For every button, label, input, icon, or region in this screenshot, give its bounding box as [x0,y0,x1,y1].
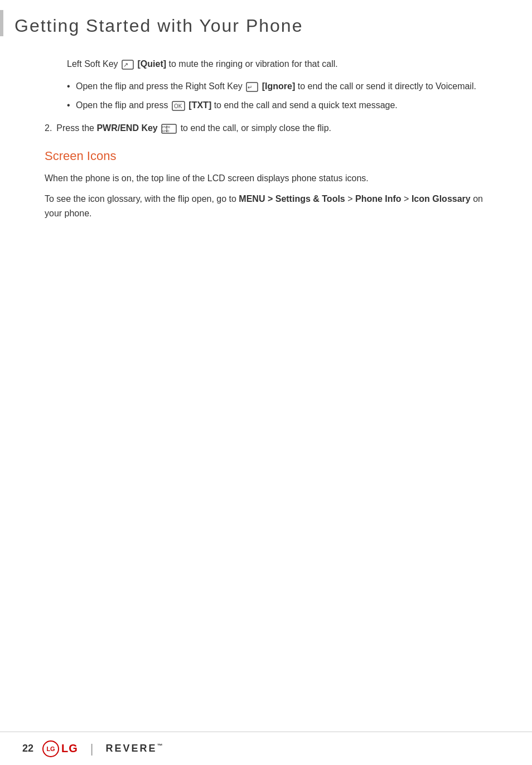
content-area: Left Soft Key ↗ [Quiet] to mute the ring… [0,52,532,765]
svg-text:PWR: PWR [162,125,171,129]
footer: 22 LG LG | REVERE™ [0,732,532,765]
lg-circle-icon: LG [42,740,59,757]
bullet-1-text-after: to end the call or send it directly to V… [298,81,476,91]
paragraph-2-before: To see the icon glossary, with the flip … [45,194,239,204]
revere-brand-name: REVERE™ [106,743,165,754]
numbered-item-2: 2. Press the PWR/END Key PWR END to end … [45,121,499,135]
item-number: 2. [45,121,52,135]
lg-logo-text: LG [46,745,55,752]
section-screen-icons: Screen Icons When the phone is on, the t… [45,149,499,221]
bullet-2-text-after: to end the call and send a quick text me… [214,100,398,110]
lg-text-label: LG [61,742,78,755]
svg-text:↗: ↗ [123,61,128,68]
pwr-end-label: PWR/END Key [96,123,160,133]
txt-label: [TXT] [188,100,211,110]
paragraph-2-mid: > [345,194,355,204]
press-the-text: Press the [56,123,96,133]
bullet-item-2: Open the flip and press OK [TXT] to end … [67,99,499,112]
revere-name: REVERE [106,743,157,754]
intro-paragraph: Left Soft Key ↗ [Quiet] to mute the ring… [67,57,499,71]
numbered-item-text: Press the PWR/END Key PWR END to end the… [56,121,331,135]
page-title-bar: Getting Started with Your Phone [0,0,532,46]
page-title: Getting Started with Your Phone [14,10,303,36]
screen-icons-paragraph-1: When the phone is on, the top line of th… [45,171,499,186]
title-accent-bar [0,10,3,36]
quiet-label: [Quiet] [138,59,167,69]
ok-key-icon: OK [172,101,185,111]
left-soft-key-label: Left Soft Key [67,59,120,69]
svg-text:OK: OK [174,103,182,109]
svg-text:END: END [162,129,170,133]
footer-divider: | [90,742,94,756]
right-soft-key-icon: ↵ [246,82,258,92]
lg-logo: LG LG [42,740,78,757]
footer-page-number: 22 [22,743,33,754]
screen-icons-paragraph-2: To see the icon glossary, with the flip … [45,192,499,220]
trademark-symbol: ™ [157,743,165,749]
menu-settings-bold: MENU > Settings & Tools [239,194,345,204]
phone-info-bold: Phone Info [355,194,402,204]
quiet-desc: to mute the ringing or vibration for tha… [169,59,338,69]
pwr-end-icon: PWR END [161,124,177,134]
bullet-list: Open the flip and press the Right Soft K… [45,80,499,112]
numbered-item-text-after: to end the call, or simply close the fli… [181,123,331,133]
left-soft-key-icon: ↗ [122,60,134,70]
bullet-item-1: Open the flip and press the Right Soft K… [67,80,499,93]
page-container: Getting Started with Your Phone Left Sof… [0,0,532,765]
paragraph-2-mid2: > [402,194,412,204]
svg-text:↵: ↵ [248,84,252,90]
icon-glossary-bold: Icon Glossary [412,194,471,204]
intro-text-block: Left Soft Key ↗ [Quiet] to mute the ring… [45,57,499,71]
bullet-2-text-before: Open the flip and press [76,100,171,110]
bullet-1-text-before: Open the flip and press the Right Soft K… [76,81,245,91]
ignore-label: [Ignore] [262,81,296,91]
screen-icons-heading: Screen Icons [45,149,499,163]
